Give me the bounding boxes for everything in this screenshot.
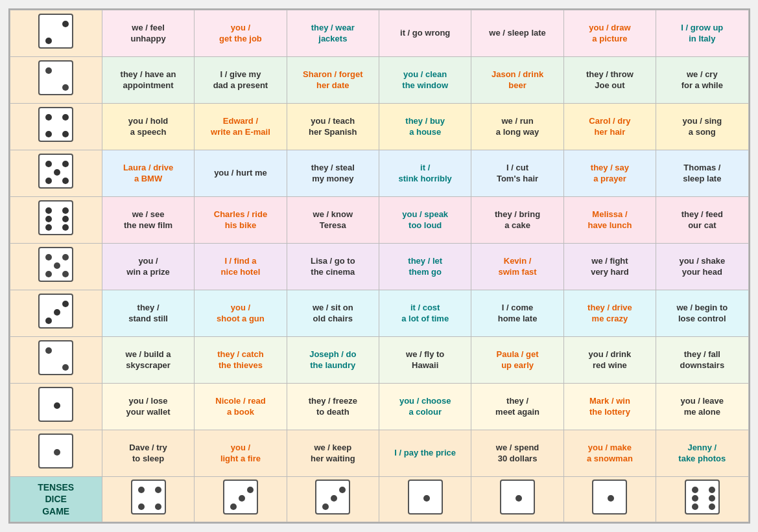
svg-point-44 [692, 487, 698, 493]
svg-point-42 [515, 495, 522, 502]
dice-row-2 [10, 104, 102, 150]
cell-r2-c4: we / runa long way [471, 104, 563, 150]
dice-row-1 [10, 57, 102, 104]
svg-point-17 [62, 216, 69, 222]
cell-r2-c2: you / teachher Spanish [287, 104, 379, 150]
svg-point-35 [247, 487, 254, 493]
svg-point-30 [54, 449, 60, 456]
svg-point-26 [45, 318, 52, 324]
svg-point-10 [54, 169, 60, 176]
cell-r6-c4: I / comehome late [471, 290, 563, 337]
svg-point-11 [45, 178, 52, 184]
cell-r0-c0: we / feelunhappy [102, 10, 194, 57]
svg-point-45 [692, 495, 698, 502]
cell-r1-c3: you / cleanthe window [379, 57, 471, 104]
cell-r2-c6: you / singa song [656, 104, 748, 150]
cell-r2-c0: you / holda speech [102, 104, 194, 150]
svg-point-3 [62, 84, 69, 91]
dice-row-6 [10, 290, 102, 337]
bottom-dice-4 [471, 477, 563, 522]
cell-r8-c3: you / choosea colour [379, 384, 471, 430]
cell-r1-c6: we / cryfor a while [656, 57, 748, 104]
svg-point-41 [423, 495, 430, 502]
svg-point-27 [45, 347, 52, 354]
cell-r1-c2: Sharon / forgether date [287, 57, 379, 104]
cell-r9-c4: we / spend30 dollars [471, 430, 563, 477]
svg-point-31 [138, 487, 145, 493]
svg-point-38 [339, 487, 346, 493]
svg-point-6 [45, 131, 52, 137]
svg-point-19 [45, 254, 52, 260]
svg-point-46 [692, 503, 698, 510]
svg-point-13 [45, 207, 52, 214]
cell-r2-c5: Carol / dryher hair [563, 104, 656, 150]
bottom-dice-0 [102, 477, 194, 522]
cell-r8-c4: they /meet again [471, 384, 563, 430]
cell-r3-c1: you / hurt me [195, 150, 287, 197]
cell-r8-c1: Nicole / reada book [195, 384, 287, 430]
dice-row-5 [10, 244, 102, 290]
cell-r7-c0: we / build askyscraper [102, 337, 194, 384]
svg-point-24 [62, 301, 69, 307]
cell-r4-c6: they / feedour cat [656, 197, 748, 244]
svg-point-4 [45, 114, 52, 121]
svg-point-0 [62, 21, 69, 27]
cell-r6-c1: you /shoot a gun [195, 290, 287, 337]
cell-r3-c4: I / cutTom's hair [471, 150, 563, 197]
cell-r6-c3: it / costa lot of time [379, 290, 471, 337]
svg-point-21 [54, 262, 60, 269]
cell-r0-c1: you /get the job [195, 10, 287, 57]
bottom-dice-3 [379, 477, 471, 522]
cell-r9-c6: Jenny /take photos [656, 430, 748, 477]
cell-r6-c5: they / driveme crazy [563, 290, 656, 337]
svg-point-39 [331, 495, 337, 502]
svg-point-34 [155, 503, 161, 510]
svg-point-37 [230, 503, 237, 510]
bottom-dice-2 [287, 477, 379, 522]
cell-r8-c5: Mark / winthe lottery [563, 384, 656, 430]
cell-r0-c6: I / grow upin Italy [656, 10, 748, 57]
svg-point-1 [45, 38, 52, 44]
cell-r4-c5: Melissa /have lunch [563, 197, 656, 244]
svg-point-25 [54, 309, 60, 316]
svg-point-18 [62, 224, 69, 231]
cell-r2-c1: Edward /write an E-mail [195, 104, 287, 150]
cell-r6-c2: we / sit onold chairs [287, 290, 379, 337]
cell-r2-c3: they / buya house [379, 104, 471, 150]
cell-r1-c4: Jason / drinkbeer [471, 57, 563, 104]
cell-r0-c2: they / wearjackets [287, 10, 379, 57]
svg-point-29 [54, 402, 60, 409]
cell-r9-c1: you /light a fire [195, 430, 287, 477]
cell-r0-c3: it / go wrong [379, 10, 471, 57]
cell-r8-c0: you / loseyour wallet [102, 384, 194, 430]
cell-r5-c1: I / find anice hotel [195, 244, 287, 290]
cell-r5-c2: Lisa / go tothe cinema [287, 244, 379, 290]
cell-r9-c2: we / keepher waiting [287, 430, 379, 477]
main-container: we / feelunhappyyou /get the jobthey / w… [8, 8, 750, 524]
svg-point-16 [62, 207, 69, 214]
cell-r3-c5: they / saya prayer [563, 150, 656, 197]
cell-r5-c6: you / shakeyour head [656, 244, 748, 290]
svg-point-33 [138, 503, 145, 510]
cell-r7-c4: Paula / getup early [471, 337, 563, 384]
cell-r7-c3: we / fly toHawaii [379, 337, 471, 384]
dice-row-7 [10, 337, 102, 384]
cell-r5-c4: Kevin /swim fast [471, 244, 563, 290]
svg-point-40 [322, 503, 329, 510]
svg-point-12 [62, 178, 69, 184]
cell-r3-c3: it /stink horribly [379, 150, 471, 197]
cell-r7-c2: Joseph / dothe laundry [287, 337, 379, 384]
cell-r4-c1: Charles / ridehis bike [195, 197, 287, 244]
cell-r3-c6: Thomas /sleep late [656, 150, 748, 197]
cell-r7-c6: they / falldownstairs [656, 337, 748, 384]
svg-point-32 [155, 487, 161, 493]
cell-r5-c3: they / letthem go [379, 244, 471, 290]
cell-r6-c6: we / begin tolose control [656, 290, 748, 337]
svg-point-36 [239, 495, 245, 502]
cell-r1-c5: they / throwJoe out [563, 57, 656, 104]
svg-point-5 [62, 114, 69, 121]
cell-r7-c5: you / drinkred wine [563, 337, 656, 384]
svg-point-49 [709, 503, 715, 510]
dice-row-8 [10, 384, 102, 430]
svg-point-9 [62, 161, 69, 167]
